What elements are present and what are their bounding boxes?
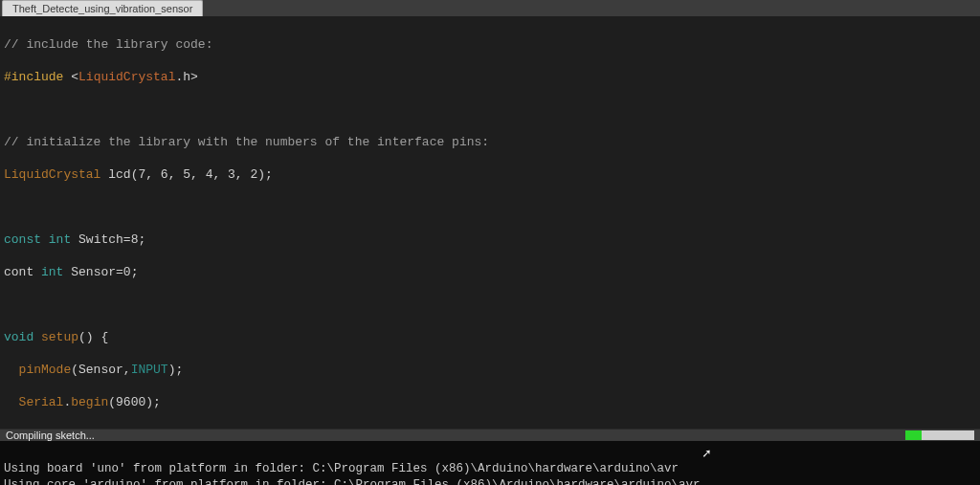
- code-editor[interactable]: // include the library code: #include <L…: [0, 16, 980, 429]
- compile-progress-fill: [905, 430, 922, 440]
- tab-bar: Theft_Detecte_using_vibration_sensor: [0, 0, 980, 16]
- ide-window: Theft_Detecte_using_vibration_sensor // …: [0, 0, 980, 485]
- tab-sketch[interactable]: Theft_Detecte_using_vibration_sensor: [2, 0, 203, 16]
- status-text: Compiling sketch...: [6, 430, 95, 441]
- compile-progress: [905, 430, 974, 440]
- code-include: #include: [4, 70, 71, 84]
- build-console[interactable]: Using board 'uno' from platform in folde…: [0, 441, 980, 485]
- code-comment: // include the library code:: [4, 37, 212, 52]
- mouse-cursor-icon: ➚: [702, 447, 710, 463]
- status-bar: Compiling sketch...: [0, 429, 980, 441]
- console-line: Using board 'uno' from platform in folde…: [4, 462, 679, 475]
- code-comment: // initialize the library with the numbe…: [4, 135, 489, 149]
- console-line: Using core 'arduino' from platform in fo…: [4, 478, 701, 485]
